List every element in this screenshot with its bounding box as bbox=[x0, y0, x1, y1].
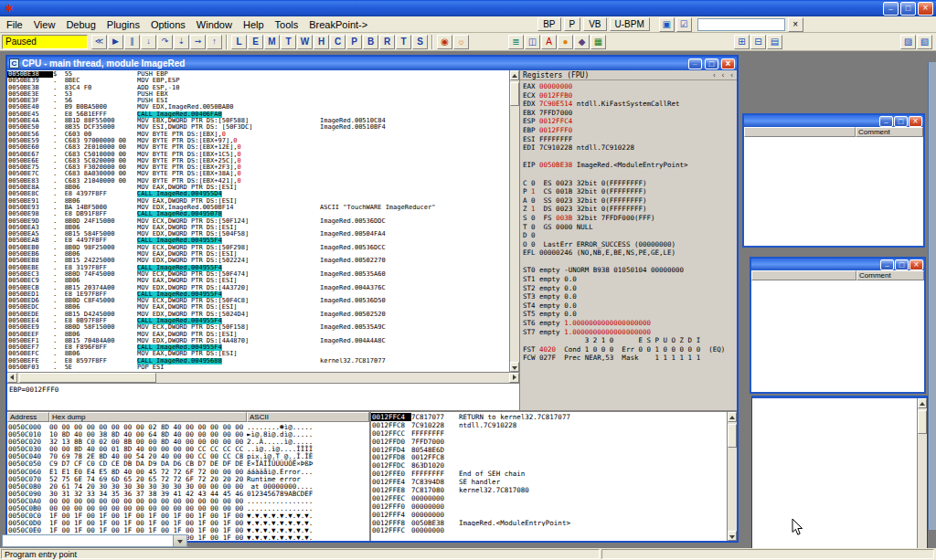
dump-row[interactable]: 0050C00000 00 00 00 00 00 00 00 02 8D 40… bbox=[7, 423, 369, 430]
column-header-blank[interactable] bbox=[744, 127, 856, 137]
dump-row[interactable]: 0050C0A000 00 00 00 00 00 00 00 00 00 00… bbox=[7, 497, 369, 504]
disasm-row[interactable]: 0050BEF7. E8 F896F8FFCALL ImageRed.00495… bbox=[7, 344, 509, 351]
stack-row[interactable]: 0012FFDC863D1020 bbox=[371, 461, 727, 470]
register-line[interactable]: EBX 7FFD7000 bbox=[523, 109, 737, 118]
register-line[interactable]: ST7 empty 1.0000000000000000000 bbox=[523, 328, 737, 337]
toolbar-restart-icon[interactable]: ≪ bbox=[91, 35, 107, 49]
register-line[interactable]: P 1 CS 001B 32bit 0(FFFFFFFF) bbox=[523, 187, 737, 196]
register-line[interactable]: EAX 00000000 bbox=[523, 82, 737, 91]
menubar-button-bp[interactable]: BP bbox=[537, 17, 560, 31]
register-line[interactable]: ESI FFFFFFFF bbox=[523, 135, 737, 144]
register-line[interactable]: EDI 7C910228 ntdll.7C910228 bbox=[523, 143, 737, 153]
toolbar-panel-button-e-1[interactable]: E bbox=[248, 35, 263, 49]
toolbar-panel-button-l-0[interactable]: L bbox=[231, 35, 247, 49]
column-header-comment[interactable]: Comment bbox=[856, 127, 923, 137]
disassembly-scrollbar[interactable] bbox=[509, 70, 519, 372]
dump-rows[interactable]: 0050C00000 00 00 00 00 00 00 00 02 8D 40… bbox=[7, 422, 369, 541]
menubar-icon-1[interactable]: ☑ bbox=[676, 17, 692, 32]
disasm-row[interactable]: 0050BE3B. 83C4 F0ADD ESP,-10 bbox=[7, 85, 509, 91]
toolbar-run-icon[interactable]: ▶ bbox=[108, 35, 123, 49]
toolbar-panel-button-p-7[interactable]: P bbox=[346, 35, 362, 49]
toolbar-panel-button-m-2[interactable]: M bbox=[264, 35, 280, 49]
menu-help[interactable]: Help bbox=[238, 17, 270, 32]
disasm-row[interactable]: 0050BEB0. 8B0D 98F25000MOV ECX,DWORD PTR… bbox=[7, 245, 509, 251]
stack-row[interactable]: 0012FFEC00000000 bbox=[371, 494, 727, 502]
toolbar-step-into-icon[interactable]: ↓ bbox=[141, 35, 156, 49]
dump-row[interactable]: 0050C03000 00 8D 40 00 01 8D 40 00 00 00… bbox=[7, 445, 369, 452]
toolbar-panel-button-t-10[interactable]: T bbox=[396, 35, 411, 49]
stack-row[interactable]: 0012FFF80050BE38ImageRed.<ModuleEntryPoi… bbox=[371, 519, 727, 527]
stack-rows[interactable]: 0012FFC47C817077RETURN to kernel32.7C817… bbox=[371, 412, 727, 541]
register-line[interactable]: FST 4020 Cond 1 0 0 0 Err 0 0 1 0 0 0 0 … bbox=[523, 345, 737, 354]
window-close-button[interactable] bbox=[909, 116, 922, 127]
background-window-scrollbar[interactable] bbox=[917, 398, 927, 548]
register-line[interactable]: EFL 00000246 (NO,NB,E,BE,NS,PE,GE,LE) bbox=[523, 248, 737, 258]
toolbar-panel-button-t-3[interactable]: T bbox=[281, 35, 296, 49]
combobox-dropdown-icon[interactable] bbox=[173, 535, 186, 546]
window-close-button[interactable] bbox=[909, 259, 923, 270]
scroll-up-icon[interactable] bbox=[510, 70, 519, 80]
menubar-button-p[interactable]: P bbox=[564, 17, 581, 31]
comment-window-1-titlebar[interactable] bbox=[744, 115, 923, 127]
disasm-row[interactable]: 0050BE9D. 8B0D 24F15000MOV ECX,DWORD PTR… bbox=[7, 218, 509, 225]
scroll-right-icon[interactable] bbox=[509, 373, 519, 383]
comment-window-2-titlebar[interactable] bbox=[751, 259, 924, 270]
scroll-down-icon[interactable] bbox=[510, 362, 519, 372]
toolbar-panel-button-r-9[interactable]: R bbox=[379, 35, 395, 49]
cpu-window-titlebar[interactable]: CPU - main thread, module ImageRed bbox=[7, 57, 737, 70]
disasm-row[interactable]: 0050BED6. 8B0D C8F45000MOV ECX,DWORD PTR… bbox=[7, 298, 509, 304]
register-line[interactable]: ST0 empty -UNORM B938 01050104 00000000 bbox=[523, 266, 737, 275]
disasm-row[interactable]: 0050BE8C. E8 4397F8FFCALL ImageRed.00495… bbox=[7, 191, 509, 197]
toolbar-animate-over-icon[interactable]: ⇝ bbox=[190, 35, 206, 49]
menu-file[interactable]: File bbox=[1, 17, 28, 32]
register-line[interactable]: ST5 empty 0.0 bbox=[523, 310, 737, 319]
toolbar-plugin-a-icon-1[interactable]: ☼ bbox=[453, 35, 469, 49]
scroll-up-icon[interactable] bbox=[728, 412, 737, 422]
menubar-input[interactable] bbox=[697, 18, 785, 31]
minimize-button[interactable] bbox=[883, 2, 899, 16]
menu-view[interactable]: View bbox=[28, 17, 61, 32]
disasm-row[interactable]: 0050BE3E. 53PUSH EBX bbox=[7, 91, 509, 98]
dump-row[interactable]: 0050C0B000 00 00 00 00 00 00 00 00 00 00… bbox=[7, 504, 369, 512]
register-line[interactable] bbox=[523, 258, 737, 267]
toolbar-panel-button-c-6[interactable]: C bbox=[330, 35, 346, 49]
scroll-track[interactable] bbox=[918, 408, 927, 548]
cpu-maximize-button[interactable] bbox=[705, 58, 718, 69]
dump-row[interactable]: 0050C0C01F 00 1F 00 1F 00 1F 00 1F 00 1F… bbox=[7, 512, 369, 519]
stack-row[interactable]: 0012FFD80012FFC8 bbox=[371, 453, 727, 461]
register-line[interactable]: T 0 GS 0000 NULL bbox=[523, 223, 737, 232]
dump-row[interactable]: 0050C01010 8D 40 00 38 8D 40 00 64 8D 40… bbox=[7, 430, 369, 438]
stack-row[interactable]: 0012FFD480548E6D bbox=[371, 446, 727, 454]
register-line[interactable]: EDX 7C90E514 ntdll.KiFastSystemCallRet bbox=[523, 100, 737, 109]
toolbar-plugin-b-icon-5[interactable]: ▦ bbox=[590, 35, 606, 49]
clear-input-button[interactable] bbox=[788, 17, 803, 32]
cpu-minimize-button[interactable] bbox=[688, 58, 702, 69]
menubar-icon-0[interactable]: ▣ bbox=[659, 17, 675, 32]
toolbar-plugin-b-icon-2[interactable]: A bbox=[541, 35, 557, 49]
register-line[interactable]: O 0 LastErr ERROR_SUCCESS (00000000) bbox=[523, 240, 737, 249]
hscroll-track[interactable] bbox=[17, 373, 509, 383]
register-line[interactable] bbox=[523, 170, 737, 179]
register-line[interactable]: S 0 FS 003B 32bit 7FFDF000(FFF) bbox=[523, 214, 737, 223]
register-line[interactable]: 3 2 1 0 E S P U O Z D I bbox=[523, 336, 737, 345]
toolbar-plugin-c-icon-2[interactable]: ▤ bbox=[767, 35, 782, 49]
register-line[interactable]: EBP 0012FFF0 bbox=[523, 126, 737, 135]
menubar-button-u-bpm[interactable]: U-BPM bbox=[610, 17, 650, 31]
dump-header-hex[interactable]: Hex dump bbox=[49, 412, 247, 422]
stack-row[interactable]: 0012FFD07FFD7000 bbox=[371, 438, 727, 446]
stack-row[interactable]: 0012FFC87C910228ntdll.7C910228 bbox=[371, 421, 727, 429]
dump-row[interactable]: 0050C060E1 E1 E0 E4 E5 8D 40 00 45 72 72… bbox=[7, 468, 369, 475]
stack-row[interactable]: 0012FFCCFFFFFFFF bbox=[371, 429, 727, 438]
toolbar-plugin-b-icon-3[interactable]: ● bbox=[558, 35, 573, 49]
register-line[interactable]: ST1 empty 0.0 bbox=[523, 275, 737, 284]
toolbar-plugin-a-icon-0[interactable]: ◉ bbox=[437, 35, 452, 49]
dump-row[interactable]: 0050C02032 13 8B C0 02 00 8B 00 00 8D 40… bbox=[7, 438, 369, 445]
dump-row[interactable]: 0050C08020 61 74 20 30 30 30 30 30 30 30… bbox=[7, 482, 369, 490]
toolbar-plugin-b-icon-1[interactable]: ◫ bbox=[525, 35, 540, 49]
toolbar-animate-into-icon[interactable]: ⇣ bbox=[174, 35, 189, 49]
toolbar-panel-button-w-4[interactable]: W bbox=[297, 35, 313, 49]
register-line[interactable]: FCW 027F Prec NEAR,53 Mask 1 1 1 1 1 1 bbox=[523, 354, 737, 363]
column-header-blank[interactable] bbox=[751, 270, 856, 280]
maximize-button[interactable] bbox=[900, 2, 916, 16]
window-maximize-button[interactable] bbox=[895, 259, 909, 270]
